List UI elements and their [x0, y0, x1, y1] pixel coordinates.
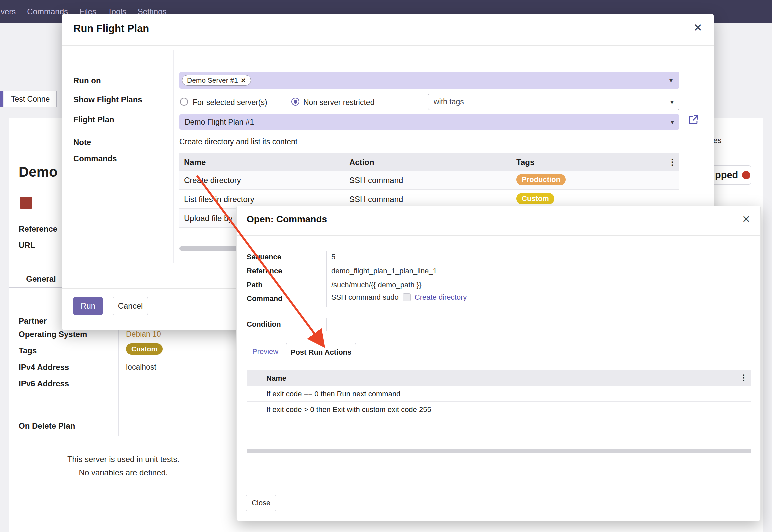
table-row-empty[interactable] [247, 417, 751, 433]
label-condition: Condition [247, 320, 281, 329]
record-title: Demo [19, 164, 58, 180]
radio-selected-servers[interactable] [180, 98, 188, 106]
test-connection-button[interactable]: Test Conne [4, 91, 57, 107]
cell-name: List files in directory [184, 195, 254, 204]
with-tags-placeholder: with tags [434, 97, 464, 106]
dialog-title: Open: Commands [247, 214, 327, 225]
status-text: pped [715, 170, 738, 181]
cell-action: SSH command [349, 176, 403, 185]
kebab-menu-icon[interactable]: ⋮ [740, 373, 748, 382]
label-tags: Tags [19, 346, 37, 355]
footer-divider [237, 487, 760, 487]
tag-badge-custom[interactable]: Custom [126, 343, 163, 355]
run-on-field[interactable]: Demo Server #1 ✕ ▾ [179, 72, 679, 89]
flight-plan-value: Demo Flight Plan #1 [185, 118, 254, 127]
value-reference: demo_flight_plan_1_plan_line_1 [331, 267, 437, 275]
server-chip[interactable]: Demo Server #1 ✕ [182, 75, 251, 86]
tag-badge-production: Production [516, 174, 566, 185]
column-name[interactable]: Name [184, 158, 206, 167]
label-sequence: Sequence [247, 253, 281, 261]
page: vers Commands Files Tools Settings Test … [0, 0, 772, 532]
cell-name: Upload file by [184, 214, 232, 223]
command-value-row: SSH command sudo Create directory [331, 293, 467, 302]
note-value: Create directory and list its content [179, 137, 297, 146]
label-ipv4: IPv4 Address [19, 363, 69, 372]
tab-post-run-actions[interactable]: Post Run Actions [286, 343, 356, 361]
close-button[interactable]: Close [246, 495, 276, 511]
kebab-menu-icon[interactable]: ⋮ [668, 157, 677, 167]
table-row[interactable]: If exit code == 0 then Run next command [247, 386, 751, 402]
external-link-icon[interactable] [688, 114, 699, 125]
column-tags[interactable]: Tags [516, 158, 534, 167]
header-divider [62, 45, 714, 46]
tab-preview[interactable]: Preview [252, 347, 278, 356]
post-run-actions-table: Name ⋮ If exit code == 0 then Run next c… [247, 370, 751, 433]
close-icon[interactable]: ✕ [693, 21, 702, 34]
select-column[interactable] [247, 370, 262, 386]
run-button[interactable]: Run [73, 297, 103, 315]
close-icon[interactable]: ✕ [742, 213, 750, 225]
label-on-delete-plan: On Delete Plan [19, 421, 75, 431]
label-column-divider [173, 50, 174, 263]
chip-remove-icon[interactable]: ✕ [241, 77, 246, 84]
label-run-on: Run on [73, 76, 101, 85]
chevron-down-icon[interactable]: ▾ [669, 76, 673, 84]
value-sequence: 5 [331, 253, 335, 261]
create-directory-link[interactable]: Create directory [415, 293, 467, 302]
label-operating-system: Operating System [19, 330, 87, 339]
label-reference: Reference [19, 224, 57, 234]
field-column-divider [326, 318, 327, 331]
radio-selected-dot [294, 100, 297, 104]
header-divider [237, 235, 760, 236]
server-chip-label: Demo Server #1 [187, 76, 238, 84]
chevron-down-icon[interactable]: ▾ [671, 118, 674, 126]
tag-badge-custom: Custom [516, 193, 554, 204]
flight-plan-select[interactable]: Demo Flight Plan #1 ▾ [179, 114, 679, 130]
field-column-divider [326, 251, 327, 307]
value-operating-system[interactable]: Debian 10 [126, 330, 161, 339]
label-command: Command [247, 294, 283, 303]
cancel-button[interactable]: Cancel [113, 297, 148, 315]
radio-non-server-restricted-label[interactable]: Non server restricted [303, 98, 374, 107]
server-notes: This server is used in unit tests. No va… [40, 453, 207, 479]
table-row[interactable]: If exit code > 0 then Exit with custom e… [247, 402, 751, 417]
column-action[interactable]: Action [349, 158, 374, 167]
value-ipv4: localhost [126, 363, 156, 372]
tab-general-label: General [26, 274, 56, 284]
label-ipv6: IPv6 Address [19, 379, 69, 388]
tab-underline [9, 287, 62, 288]
horizontal-scrollbar[interactable] [247, 449, 751, 453]
label-note: Note [73, 138, 91, 147]
radio-selected-servers-label[interactable]: For selected server(s) [193, 98, 267, 107]
label-commands: Commands [73, 154, 117, 163]
table-row[interactable]: Create directory SSH command Production [179, 171, 679, 190]
label-path: Path [247, 281, 263, 289]
with-tags-select[interactable]: with tags ▾ [428, 94, 679, 110]
chevron-down-icon[interactable]: ▾ [670, 98, 674, 106]
cell-name: If exit code > 0 then Exit with custom e… [266, 405, 431, 414]
commands-table-header: Name Action Tags ⋮ [179, 153, 679, 171]
note-line-1: This server is used in unit tests. [40, 453, 207, 466]
cut-button-edge [0, 91, 3, 107]
radio-non-server-restricted[interactable] [291, 98, 299, 106]
value-path: /such/much/{{ demo_path }} [331, 281, 421, 289]
label-show-flight-plans: Show Flight Plans [73, 95, 142, 104]
label-url: URL [19, 241, 35, 250]
open-commands-dialog: Open: Commands ✕ Sequence 5 Reference de… [236, 206, 761, 521]
value-command: SSH command sudo [331, 293, 399, 302]
tab-post-run-actions-label: Post Run Actions [291, 348, 352, 357]
command-checkbox[interactable] [403, 293, 411, 301]
label-flight-plan: Flight Plan [73, 115, 114, 124]
post-run-actions-header: Name ⋮ [247, 370, 751, 386]
tab-general[interactable]: General [20, 270, 62, 288]
toolbar-fragment: es [713, 136, 721, 145]
cell-name: If exit code == 0 then Run next command [266, 390, 400, 398]
column-name[interactable]: Name [266, 374, 286, 383]
dialog-title: Run Flight Plan [73, 23, 149, 35]
label-partner: Partner [19, 316, 47, 326]
nav-item-servers[interactable]: vers [1, 7, 16, 16]
color-swatch[interactable] [20, 197, 32, 209]
note-line-2: No variables are defined. [40, 466, 207, 479]
cell-action: SSH command [349, 195, 403, 204]
status-red-dot-icon [742, 171, 750, 179]
